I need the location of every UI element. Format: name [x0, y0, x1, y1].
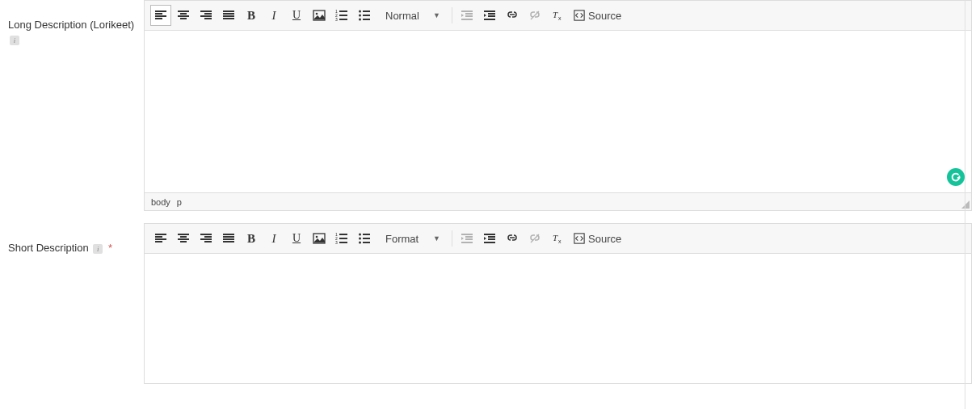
numbered-list-button[interactable]: 123 [331, 5, 352, 26]
svg-text:T: T [553, 10, 558, 19]
svg-rect-65 [339, 242, 347, 243]
image-button[interactable] [309, 5, 330, 26]
align-left-button[interactable] [150, 228, 171, 249]
svg-point-66 [359, 234, 361, 236]
indent-button[interactable] [479, 5, 500, 26]
outdent-button [456, 228, 477, 249]
italic-button[interactable]: I [263, 228, 284, 249]
svg-rect-29 [363, 19, 370, 20]
svg-rect-45 [155, 241, 162, 242]
svg-rect-32 [465, 15, 473, 17]
svg-rect-30 [461, 11, 473, 12]
outdent-button [456, 5, 477, 26]
svg-rect-78 [488, 238, 495, 240]
svg-point-70 [359, 242, 361, 244]
svg-rect-49 [180, 241, 187, 242]
align-center-button[interactable] [173, 228, 194, 249]
svg-rect-51 [204, 236, 212, 238]
info-icon[interactable]: i [10, 36, 19, 45]
svg-rect-7 [180, 18, 187, 19]
align-center-button[interactable] [173, 5, 194, 26]
unlink-button [524, 5, 545, 26]
toolbar-separator [452, 7, 452, 23]
image-button[interactable] [309, 228, 330, 249]
svg-rect-13 [223, 13, 234, 15]
grammarly-icon[interactable] [947, 168, 965, 186]
svg-rect-9 [204, 13, 212, 15]
editor-content-area[interactable] [145, 31, 971, 192]
svg-rect-44 [155, 238, 166, 240]
format-select[interactable]: Normal▼ [379, 5, 445, 26]
toolbar-separator [452, 230, 452, 247]
svg-rect-77 [488, 236, 495, 238]
svg-rect-11 [204, 18, 212, 19]
justify-button[interactable] [218, 5, 239, 26]
svg-point-24 [359, 11, 361, 13]
svg-rect-34 [484, 11, 495, 12]
svg-point-28 [359, 19, 361, 21]
source-button[interactable]: Source [569, 228, 626, 249]
long-description-editor: B I U 123 Normal▼ Tx Source body p [144, 0, 972, 211]
svg-rect-74 [465, 238, 473, 240]
underline-button[interactable]: U [286, 228, 307, 249]
svg-rect-46 [178, 234, 189, 235]
svg-rect-43 [155, 236, 162, 238]
svg-rect-10 [200, 15, 212, 17]
short-description-editor: B I U 123 Format▼ Tx Source [144, 223, 972, 384]
elements-path-p[interactable]: p [177, 197, 182, 207]
svg-rect-6 [178, 15, 189, 17]
svg-rect-0 [155, 11, 166, 12]
svg-point-17 [316, 13, 318, 15]
link-button[interactable] [502, 228, 523, 249]
svg-rect-12 [223, 11, 234, 12]
source-button[interactable]: Source [569, 5, 626, 26]
remove-format-button[interactable]: Tx [547, 228, 568, 249]
svg-rect-21 [339, 15, 347, 16]
source-button-label: Source [588, 10, 621, 22]
svg-rect-75 [461, 242, 473, 243]
underline-button[interactable]: U [286, 5, 307, 26]
long-description-label: Long Description (Lorikeet) [8, 19, 134, 31]
editor-toolbar: B I U 123 Format▼ Tx Source [145, 224, 971, 254]
svg-rect-57 [223, 241, 234, 242]
short-description-label: Short Description [8, 242, 89, 254]
svg-rect-27 [363, 15, 370, 16]
svg-rect-1 [155, 13, 162, 15]
format-select[interactable]: Format▼ [379, 228, 445, 249]
svg-rect-5 [180, 13, 187, 15]
source-button-label: Source [588, 233, 621, 245]
page-divider [965, 0, 965, 409]
bold-button[interactable]: B [241, 228, 262, 249]
numbered-list-button[interactable]: 123 [331, 228, 352, 249]
justify-button[interactable] [218, 228, 239, 249]
italic-button[interactable]: I [263, 5, 284, 26]
link-button[interactable] [502, 5, 523, 26]
svg-rect-50 [200, 234, 212, 235]
svg-rect-19 [339, 11, 347, 12]
svg-text:T: T [553, 233, 558, 242]
svg-rect-47 [180, 236, 187, 238]
align-left-button[interactable] [150, 5, 171, 26]
bold-button[interactable]: B [241, 5, 262, 26]
svg-rect-72 [461, 234, 473, 235]
svg-rect-42 [155, 234, 166, 235]
indent-button[interactable] [479, 228, 500, 249]
align-right-button[interactable] [196, 228, 217, 249]
info-icon[interactable]: i [93, 244, 103, 254]
bulleted-list-button[interactable] [354, 5, 375, 26]
format-select-label: Format [385, 233, 418, 245]
svg-rect-36 [488, 15, 495, 17]
elements-path-body[interactable]: body [151, 197, 170, 207]
resize-grip[interactable] [961, 200, 969, 209]
svg-rect-2 [155, 15, 166, 17]
remove-format-button[interactable]: Tx [547, 5, 568, 26]
bulleted-list-button[interactable] [354, 228, 375, 249]
svg-rect-37 [484, 19, 495, 20]
svg-rect-53 [204, 241, 212, 242]
svg-rect-35 [488, 13, 495, 15]
editor-statusbar: body p [145, 192, 971, 210]
align-right-button[interactable] [196, 5, 217, 26]
svg-rect-3 [155, 18, 162, 19]
svg-rect-69 [363, 238, 370, 239]
editor-content-area[interactable] [145, 254, 971, 383]
